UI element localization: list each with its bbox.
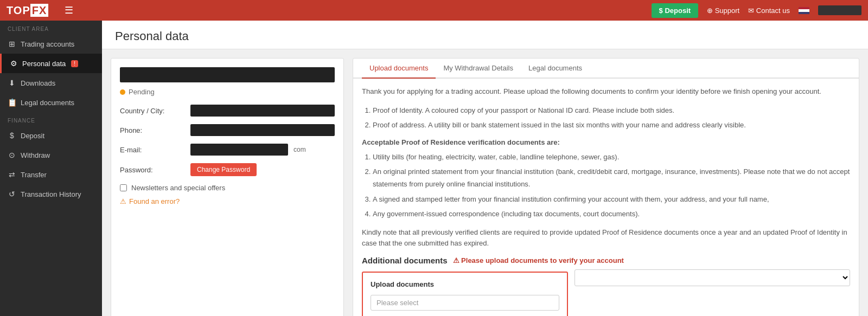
additional-documents-title: Additional documents: [362, 256, 448, 265]
right-side-select[interactable]: [575, 269, 850, 286]
password-label: Password:: [120, 166, 185, 174]
newsletters-label: Newsletters and special offers: [131, 184, 225, 192]
tab-my-withdrawal-details[interactable]: My Withdrawal Details: [436, 59, 521, 79]
country-city-value: [190, 105, 335, 117]
kindly-note-text: Kindly note that all previously verified…: [362, 227, 850, 250]
country-city-row: Country / City:: [120, 105, 335, 117]
transaction-history-icon: ↺: [8, 190, 16, 198]
left-panel: Pending Country / City: Phone: E-mail: c…: [111, 58, 344, 316]
tab-content: Thank you for applying for a trading acc…: [353, 79, 859, 316]
phone-value: [190, 124, 335, 136]
hamburger-icon[interactable]: ☰: [65, 4, 73, 16]
doc-requirement-item: Proof of address. A utility bill or bank…: [373, 119, 850, 131]
trading-accounts-icon: ⊞: [8, 40, 16, 48]
sidebar-item-label: Trading accounts: [21, 40, 74, 48]
intro-text: Thank you for applying for a trading acc…: [362, 86, 850, 98]
status-row: Pending: [120, 88, 335, 96]
logo-fx: FX: [30, 4, 49, 17]
document-type-select[interactable]: Please select: [371, 295, 559, 311]
doc-requirements-list: Proof of Identity. A coloured copy of yo…: [362, 104, 850, 132]
warning-icon: ⚠: [120, 197, 126, 205]
sidebar-item-label: Transaction History: [21, 190, 81, 198]
sidebar-item-transaction-history[interactable]: ↺ Transaction History: [0, 184, 102, 204]
email-suffix: com: [293, 146, 306, 153]
finance-label: FINANCE: [0, 112, 102, 126]
doc-requirement-item: Proof of Identity. A coloured copy of yo…: [373, 104, 850, 117]
legal-documents-icon: 📋: [8, 98, 16, 107]
additional-documents-header: Additional documents ⚠ Please upload doc…: [362, 256, 850, 265]
page-title: Personal data: [115, 29, 855, 49]
sidebar-item-label: Withdraw: [21, 151, 50, 159]
deposit-button[interactable]: $ Deposit: [652, 3, 699, 18]
change-password-button[interactable]: Change Password: [190, 163, 257, 176]
deposit-icon: $: [8, 131, 16, 140]
layout: CLIENT AREA ⊞ Trading accounts ⚙ Persona…: [0, 21, 868, 316]
right-panel: Upload documents My Withdrawal Details L…: [353, 58, 859, 316]
found-error-link[interactable]: ⚠ Found an error?: [120, 197, 335, 205]
warning-text: ⚠ Please upload documents to verify your…: [453, 256, 624, 265]
status-dot: [120, 89, 125, 95]
contact-link[interactable]: ✉ Contact us: [748, 7, 790, 15]
navbar: TOPFX ☰ $ Deposit ⊕ Support ✉ Contact us: [0, 0, 868, 21]
sidebar-item-withdraw[interactable]: ⊙ Withdraw: [0, 145, 102, 165]
acceptable-list-item: Utility bills (for heating, electricity,…: [373, 151, 850, 163]
newsletters-checkbox[interactable]: [120, 184, 127, 191]
sidebar-item-label: Transfer: [21, 171, 47, 179]
user-info: [818, 5, 861, 15]
phone-label: Phone:: [120, 126, 185, 134]
client-area-label: CLIENT AREA: [0, 21, 102, 34]
acceptable-list: Utility bills (for heating, electricity,…: [362, 151, 850, 221]
email-row: E-mail: com: [120, 144, 335, 156]
account-name-bar: [120, 67, 335, 82]
sidebar-item-label: Deposit: [21, 132, 44, 140]
status-label: Pending: [129, 88, 155, 96]
sidebar-item-label: Legal documents: [21, 99, 74, 107]
phone-row: Phone:: [120, 124, 335, 136]
sidebar: CLIENT AREA ⊞ Trading accounts ⚙ Persona…: [0, 21, 102, 316]
acceptable-list-item: A signed and stamped letter from your fi…: [373, 193, 850, 205]
tabs: Upload documents My Withdrawal Details L…: [353, 59, 859, 79]
tab-legal-documents[interactable]: Legal documents: [521, 59, 590, 79]
sidebar-item-label: Downloads: [21, 79, 55, 87]
upload-box: Upload documents Please select No file c…: [362, 272, 568, 316]
main-content: Personal data Pending Country / City: Ph…: [102, 21, 868, 316]
navbar-left: TOPFX ☰: [7, 4, 73, 17]
downloads-icon: ⬇: [8, 79, 16, 87]
logo-text: TOPFX: [7, 4, 48, 17]
sidebar-item-downloads[interactable]: ⬇ Downloads: [0, 73, 102, 93]
newsletters-row: Newsletters and special offers: [120, 184, 335, 192]
upload-box-title: Upload documents: [371, 280, 559, 288]
sidebar-item-legal-documents[interactable]: 📋 Legal documents: [0, 93, 102, 112]
page-header: Personal data: [102, 21, 868, 49]
acceptable-list-item: An original printed statement from your …: [373, 165, 850, 191]
support-link[interactable]: ⊕ Support: [707, 7, 739, 15]
sidebar-item-label: Personal data: [22, 60, 66, 68]
logo: TOPFX: [7, 4, 48, 17]
acceptable-list-item: Any government-issued correspondence (in…: [373, 208, 850, 220]
right-dropdown-area: [575, 269, 850, 286]
navbar-right: $ Deposit ⊕ Support ✉ Contact us: [652, 3, 861, 18]
country-city-label: Country / City:: [120, 107, 185, 115]
personal-data-badge: !: [71, 60, 78, 67]
transfer-icon: ⇄: [8, 170, 16, 179]
email-label: E-mail:: [120, 146, 185, 154]
email-value: [190, 144, 288, 156]
tab-upload-documents[interactable]: Upload documents: [362, 59, 436, 79]
password-row: Password: Change Password: [120, 163, 335, 176]
sidebar-item-transfer[interactable]: ⇄ Transfer: [0, 165, 102, 184]
personal-data-icon: ⚙: [9, 59, 18, 68]
sidebar-item-trading-accounts[interactable]: ⊞ Trading accounts: [0, 34, 102, 54]
flag-icon[interactable]: [799, 7, 809, 14]
sidebar-item-personal-data[interactable]: ⚙ Personal data !: [0, 54, 102, 73]
withdraw-icon: ⊙: [8, 151, 16, 159]
content-area: Pending Country / City: Phone: E-mail: c…: [102, 49, 868, 316]
acceptable-title: Acceptable Proof of Residence verificati…: [362, 138, 850, 146]
sidebar-item-deposit[interactable]: $ Deposit: [0, 126, 102, 145]
